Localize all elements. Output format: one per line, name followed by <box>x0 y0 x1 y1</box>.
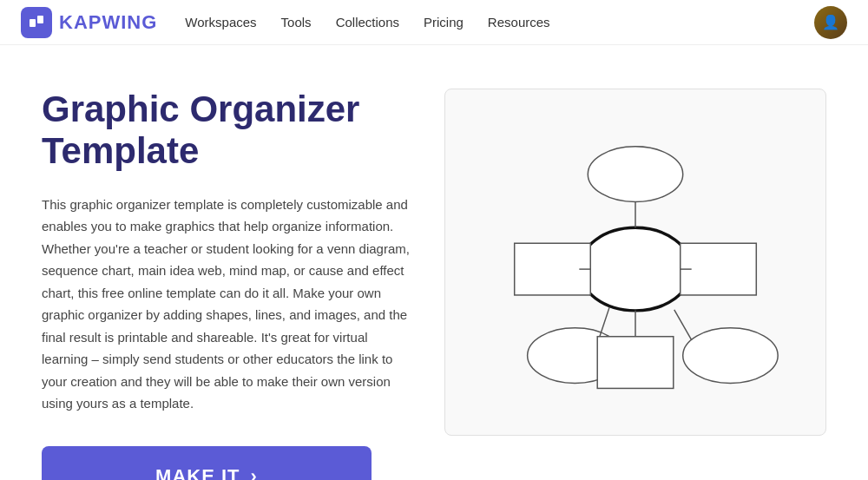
nav-collections[interactable]: Collections <box>336 15 399 30</box>
avatar[interactable]: 👤 <box>814 6 847 39</box>
make-it-button[interactable]: MAKE IT › <box>42 446 372 480</box>
main-content: Graphic Organizer Template This graphic … <box>0 45 868 480</box>
nav-pricing[interactable]: Pricing <box>424 15 464 30</box>
nav-tools[interactable]: Tools <box>281 15 312 30</box>
make-it-label: MAKE IT <box>155 465 240 480</box>
logo-link[interactable]: KAPWING <box>21 7 157 38</box>
svg-rect-5 <box>515 243 591 295</box>
svg-rect-0 <box>30 19 36 27</box>
navbar: KAPWING Workspaces Tools Collections Pri… <box>0 0 868 45</box>
svg-rect-7 <box>681 243 757 295</box>
chevron-right-icon: › <box>251 465 258 480</box>
page-title: Graphic Organizer Template <box>42 89 410 173</box>
logo-text: KAPWING <box>59 11 157 34</box>
svg-rect-1 <box>37 16 43 23</box>
svg-point-3 <box>588 147 682 202</box>
hero-description: This graphic organizer template is compl… <box>42 194 410 415</box>
nav-links: Workspaces Tools Collections Pricing Res… <box>185 15 786 30</box>
avatar-image: 👤 <box>814 6 847 39</box>
logo-icon <box>21 7 52 38</box>
nav-workspaces[interactable]: Workspaces <box>185 15 256 30</box>
diagram-panel <box>444 89 826 436</box>
left-column: Graphic Organizer Template This graphic … <box>42 89 410 480</box>
svg-line-12 <box>674 310 692 340</box>
svg-point-11 <box>683 328 778 384</box>
svg-point-2 <box>579 227 691 311</box>
svg-rect-13 <box>597 337 674 389</box>
graphic-organizer-diagram <box>463 115 808 409</box>
nav-resources[interactable]: Resources <box>488 15 550 30</box>
